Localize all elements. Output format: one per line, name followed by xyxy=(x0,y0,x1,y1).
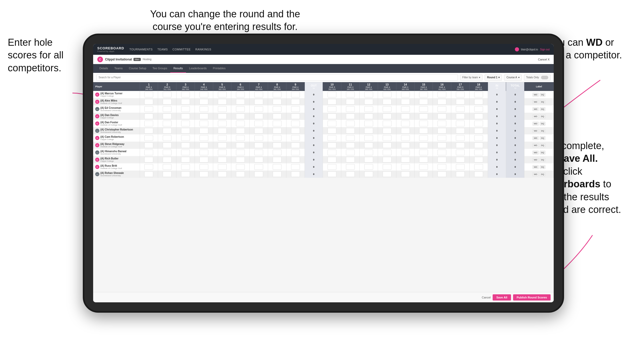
score-input-h18[interactable] xyxy=(474,171,483,177)
score-input-h10[interactable] xyxy=(328,92,336,97)
score-input-h18[interactable] xyxy=(474,113,483,119)
score-input-h1[interactable] xyxy=(144,121,153,126)
score-input-h11[interactable] xyxy=(346,171,355,177)
tab-details[interactable]: Details xyxy=(96,64,111,73)
score-input-h15[interactable] xyxy=(419,128,428,134)
score-input-h14[interactable] xyxy=(401,150,410,155)
score-input-h1[interactable] xyxy=(144,92,153,97)
score-input-h6[interactable] xyxy=(236,128,245,134)
score-input-h2[interactable] xyxy=(163,157,172,163)
score-input-h5[interactable] xyxy=(218,150,227,155)
score-input-h9[interactable] xyxy=(291,113,300,119)
score-input-h3[interactable] xyxy=(181,106,190,112)
score-input-h11[interactable] xyxy=(346,142,355,148)
score-input-h5[interactable] xyxy=(218,135,227,141)
score-input-h6[interactable] xyxy=(236,157,245,163)
score-input-h7[interactable] xyxy=(254,92,263,97)
score-input-h4[interactable] xyxy=(199,135,208,141)
score-input-h10[interactable] xyxy=(328,135,336,141)
score-input-h9[interactable] xyxy=(291,106,300,112)
score-input-h10[interactable] xyxy=(328,99,336,105)
score-input-h16[interactable] xyxy=(438,150,446,155)
score-input-h16[interactable] xyxy=(438,135,446,141)
score-input-h5[interactable] xyxy=(218,106,227,112)
score-input-h6[interactable] xyxy=(236,106,245,112)
score-input-h16[interactable] xyxy=(438,121,446,126)
score-input-h5[interactable] xyxy=(218,99,227,105)
score-input-h18[interactable] xyxy=(474,106,483,112)
score-input-h18[interactable] xyxy=(474,135,483,141)
score-input-h12[interactable] xyxy=(364,157,373,163)
score-input-h5[interactable] xyxy=(218,171,227,177)
score-input-h7[interactable] xyxy=(254,99,263,105)
score-input-h16[interactable] xyxy=(438,164,446,170)
score-input-h9[interactable] xyxy=(291,135,300,141)
score-input-h12[interactable] xyxy=(364,128,373,134)
wd-button[interactable]: WD xyxy=(532,165,538,169)
wd-button[interactable]: WD xyxy=(532,136,538,140)
score-input-h14[interactable] xyxy=(401,171,410,177)
score-input-h17[interactable] xyxy=(456,128,465,134)
score-input-h17[interactable] xyxy=(456,157,465,163)
score-input-h17[interactable] xyxy=(456,135,465,141)
score-input-h2[interactable] xyxy=(163,106,172,112)
score-input-h8[interactable] xyxy=(273,106,282,112)
score-input-h9[interactable] xyxy=(291,128,300,134)
score-input-h9[interactable] xyxy=(291,164,300,170)
score-input-h15[interactable] xyxy=(419,171,428,177)
score-input-h8[interactable] xyxy=(273,121,282,126)
score-input-h9[interactable] xyxy=(291,157,300,163)
score-input-h13[interactable] xyxy=(383,171,391,177)
score-input-h15[interactable] xyxy=(419,142,428,148)
nav-committee[interactable]: COMMITTEE xyxy=(173,48,191,51)
round-selector[interactable]: Round 1 ▾ xyxy=(485,74,502,81)
score-input-h18[interactable] xyxy=(474,142,483,148)
score-input-h16[interactable] xyxy=(438,99,446,105)
score-input-h2[interactable] xyxy=(163,150,172,155)
score-input-h5[interactable] xyxy=(218,121,227,126)
score-input-h4[interactable] xyxy=(199,171,208,177)
score-input-h13[interactable] xyxy=(383,150,391,155)
score-input-h1[interactable] xyxy=(144,142,153,148)
score-input-h17[interactable] xyxy=(456,142,465,148)
score-input-h16[interactable] xyxy=(438,157,446,163)
dq-button[interactable]: DQ xyxy=(540,100,545,104)
publish-button[interactable]: Publish Round Scores xyxy=(513,294,551,301)
score-input-h11[interactable] xyxy=(346,121,355,126)
dq-button[interactable]: DQ xyxy=(540,136,545,140)
score-input-h4[interactable] xyxy=(199,92,208,97)
score-input-h17[interactable] xyxy=(456,150,465,155)
score-input-h1[interactable] xyxy=(144,99,153,105)
score-input-h14[interactable] xyxy=(401,121,410,126)
tab-leaderboards[interactable]: Leaderboards xyxy=(186,64,210,73)
score-input-h8[interactable] xyxy=(273,171,282,177)
wd-button[interactable]: WD xyxy=(532,100,538,104)
filter-team-button[interactable]: Filter by team ▾ xyxy=(460,74,483,81)
score-input-h10[interactable] xyxy=(328,157,336,163)
score-input-h4[interactable] xyxy=(199,164,208,170)
score-input-h15[interactable] xyxy=(419,157,428,163)
score-input-h3[interactable] xyxy=(181,92,190,97)
score-input-h11[interactable] xyxy=(346,99,355,105)
score-input-h14[interactable] xyxy=(401,92,410,97)
score-input-h17[interactable] xyxy=(456,99,465,105)
search-input[interactable] xyxy=(96,74,458,81)
score-input-h14[interactable] xyxy=(401,135,410,141)
score-input-h8[interactable] xyxy=(273,128,282,134)
score-input-h12[interactable] xyxy=(364,164,373,170)
score-input-h14[interactable] xyxy=(401,142,410,148)
score-input-h13[interactable] xyxy=(383,99,391,105)
score-input-h7[interactable] xyxy=(254,142,263,148)
wd-button[interactable]: WD xyxy=(532,122,538,126)
score-input-h12[interactable] xyxy=(364,92,373,97)
score-input-h7[interactable] xyxy=(254,164,263,170)
score-input-h12[interactable] xyxy=(364,121,373,126)
tab-tee-groups[interactable]: Tee Groups xyxy=(149,64,170,73)
dq-button[interactable]: DQ xyxy=(540,172,545,176)
score-input-h18[interactable] xyxy=(474,164,483,170)
score-input-h16[interactable] xyxy=(438,106,446,112)
score-input-h4[interactable] xyxy=(199,128,208,134)
wd-button[interactable]: WD xyxy=(532,93,538,97)
score-input-h13[interactable] xyxy=(383,106,391,112)
score-input-h4[interactable] xyxy=(199,106,208,112)
